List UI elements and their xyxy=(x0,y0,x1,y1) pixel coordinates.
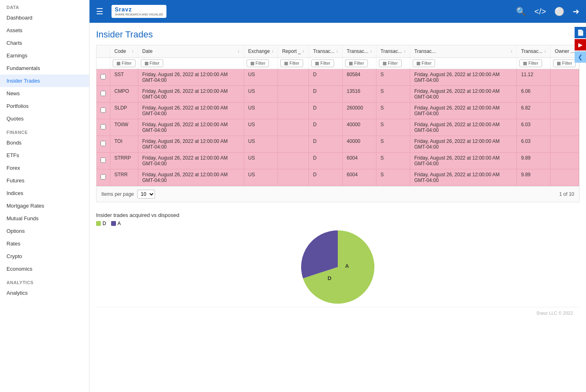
side-panel-toggle: 📄 ▶ ❮ xyxy=(575,27,586,63)
sidebar-item-bonds[interactable]: Bonds xyxy=(0,136,89,149)
sidebar-item-futures[interactable]: Futures xyxy=(0,174,89,187)
row-checkbox[interactable] xyxy=(101,174,106,180)
row-checkbox[interactable] xyxy=(101,74,106,79)
collapse-panel-btn[interactable]: ❮ xyxy=(575,51,586,63)
row-cell-1: Friday, August 26, 2022 at 12:00:00 AM G… xyxy=(138,103,244,119)
table-row: TOIIWFriday, August 26, 2022 at 12:00:00… xyxy=(96,119,579,136)
sidebar-item-forex[interactable]: Forex xyxy=(0,162,89,174)
row-cell-3 xyxy=(278,103,309,119)
row-cell-5: 6004 xyxy=(343,169,376,186)
sidebar-finance-header: Finance xyxy=(0,125,89,136)
sidebar-finance-items: BondsETFsForexFuturesIndicesMortgage Rat… xyxy=(0,136,89,275)
youtube-icon-btn[interactable]: ▶ xyxy=(575,39,586,50)
sidebar-item-crypto[interactable]: Crypto xyxy=(0,250,89,263)
sidebar-item-assets[interactable]: Assets xyxy=(0,24,89,37)
row-checkbox[interactable] xyxy=(101,91,106,96)
filter-btn-transac3[interactable]: ▦ Filter xyxy=(379,59,402,67)
table-row: STRRFriday, August 26, 2022 at 12:00:00 … xyxy=(96,169,579,186)
row-cell-9 xyxy=(551,103,579,119)
page-title: Insider Trades xyxy=(96,29,153,40)
sidebar-item-quotes[interactable]: Quotes xyxy=(0,112,89,125)
filter-btn-exchange[interactable]: ▦ Filter xyxy=(247,59,269,67)
filter-cell-exchange: ▦ Filter xyxy=(244,58,278,69)
th-label-date: Date xyxy=(142,48,153,54)
sort-icon-transac2[interactable]: ↑ xyxy=(370,49,372,54)
row-cell-8: 6.03 xyxy=(517,136,551,153)
row-cell-9 xyxy=(551,69,579,86)
items-per-page-select[interactable]: 10 25 50 xyxy=(137,190,155,199)
th-label-transac1: Transac... xyxy=(313,48,335,54)
row-checkbox[interactable] xyxy=(101,124,106,129)
row-cell-6: S xyxy=(376,119,410,136)
row-cell-7: Friday, August 26, 2022 at 12:00:00 AM G… xyxy=(410,136,516,153)
sidebar-item-news[interactable]: News xyxy=(0,87,89,100)
filter-btn-date[interactable]: ▦ Filter xyxy=(141,59,164,67)
row-checkbox[interactable] xyxy=(101,107,106,113)
row-checkbox[interactable] xyxy=(101,158,106,163)
row-cell-9 xyxy=(551,169,579,186)
row-checkbox[interactable] xyxy=(101,141,106,146)
legend-label-d: D xyxy=(103,221,106,226)
table-header-row: Code↑Date↑Exchange↑Report _↑Transac...↑T… xyxy=(96,45,579,58)
sidebar-item-rates[interactable]: Rates xyxy=(0,237,89,250)
row-cell-7: Friday, August 26, 2022 at 12:00:00 AM G… xyxy=(410,153,516,169)
row-cell-3 xyxy=(278,69,309,86)
search-icon[interactable]: 🔍 xyxy=(516,7,526,16)
filter-cell-transac5: ▦ Filter xyxy=(517,58,551,69)
pie-labels: A D xyxy=(301,230,374,304)
th-date: Date↑ xyxy=(138,45,244,58)
logout-icon[interactable]: ➜ xyxy=(573,7,579,16)
sidebar-item-etfs[interactable]: ETFs xyxy=(0,149,89,162)
sidebar-item-analytics[interactable]: Analytics xyxy=(0,287,89,299)
sort-icon-transac5[interactable]: ↑ xyxy=(544,49,546,54)
sidebar-item-mutual-funds[interactable]: Mutual Funds xyxy=(0,212,89,225)
sort-icon-code[interactable]: ↑ xyxy=(132,49,134,54)
th-transac4: Transac...↑ xyxy=(410,45,516,58)
sidebar-item-portfolios[interactable]: Portfolios xyxy=(0,100,89,112)
sort-icon-date[interactable]: ↑ xyxy=(238,49,240,54)
row-cell-0: CMPO xyxy=(110,86,138,103)
sort-icon-transac4[interactable]: ↑ xyxy=(510,49,512,54)
row-cell-0: TOIIW xyxy=(110,119,138,136)
row-cell-5: 13516 xyxy=(343,86,376,103)
pie-chart-container: A D xyxy=(96,230,579,304)
row-cell-6: S xyxy=(376,136,410,153)
sort-icon-transac1[interactable]: ↑ xyxy=(336,49,338,54)
filter-btn-report[interactable]: ▦ Filter xyxy=(280,59,303,67)
sort-icon-exchange[interactable]: ↑ xyxy=(271,49,273,54)
chart-legend: D A xyxy=(96,221,579,226)
filter-btn-transac5[interactable]: ▦ Filter xyxy=(519,59,542,67)
row-cell-2: US xyxy=(244,136,278,153)
doc-icon-btn[interactable]: 📄 xyxy=(575,27,586,38)
filter-btn-transac1[interactable]: ▦ Filter xyxy=(311,59,334,67)
menu-icon[interactable]: ☰ xyxy=(96,7,103,16)
sidebar-item-insider-trades[interactable]: Insider Trades xyxy=(0,74,89,87)
sidebar-item-charts[interactable]: Charts xyxy=(0,37,89,49)
row-cell-0: SLDP xyxy=(110,103,138,119)
filter-cell-transac2: ▦ Filter xyxy=(343,58,376,69)
filter-cell-transac3: ▦ Filter xyxy=(376,58,410,69)
sidebar-item-mortgage-rates[interactable]: Mortgage Rates xyxy=(0,199,89,212)
filter-btn-transac4[interactable]: ▦ Filter xyxy=(413,59,435,67)
sidebar-item-earnings[interactable]: Earnings xyxy=(0,49,89,62)
sidebar-item-fundamentals[interactable]: Fundamentals xyxy=(0,62,89,74)
filter-btn-owner[interactable]: ▦ Filter xyxy=(553,59,576,67)
row-cell-2: US xyxy=(244,86,278,103)
row-cell-9 xyxy=(551,136,579,153)
share-icon[interactable]: </> xyxy=(534,7,546,16)
sidebar-item-dashboard[interactable]: Dashboard xyxy=(0,11,89,24)
legend-label-a: A xyxy=(118,221,121,226)
row-cell-1: Friday, August 26, 2022 at 12:00:00 AM G… xyxy=(138,86,244,103)
filter-cell-transac1: ▦ Filter xyxy=(309,58,343,69)
sidebar-item-economics[interactable]: Economics xyxy=(0,263,89,275)
sidebar-item-options[interactable]: Options xyxy=(0,225,89,237)
filter-btn-transac2[interactable]: ▦ Filter xyxy=(345,59,368,67)
account-icon[interactable]: ⚪ xyxy=(554,7,564,16)
content-area: 📄 ▶ ❮ Insider Trades Code↑Date↑Exchange↑… xyxy=(90,23,586,392)
row-cell-1: Friday, August 26, 2022 at 12:00:00 AM G… xyxy=(138,136,244,153)
filter-btn-code[interactable]: ▦ Filter xyxy=(113,59,136,67)
sort-icon-report[interactable]: ↑ xyxy=(302,49,304,54)
sidebar-item-indices[interactable]: Indices xyxy=(0,187,89,199)
sidebar-data-header: Data xyxy=(0,0,89,11)
sort-icon-transac3[interactable]: ↑ xyxy=(404,49,406,54)
